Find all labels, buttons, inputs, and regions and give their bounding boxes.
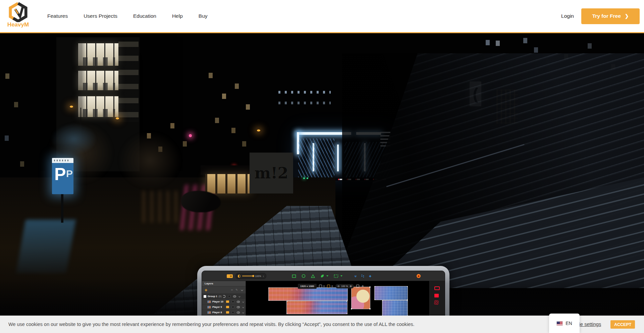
hero-section: ( m!2 P P — [0, 33, 644, 333]
distribute-icon[interactable] — [361, 274, 364, 278]
pink-traffic-light — [189, 134, 192, 137]
triangle-tool-icon[interactable] — [311, 274, 315, 278]
building-window — [78, 96, 118, 117]
green-signal-light — [303, 177, 305, 179]
building-window — [78, 71, 118, 90]
parking-sign-letter: P — [54, 164, 66, 184]
effect-fill-icon[interactable] — [434, 294, 439, 297]
nav-item-features[interactable]: Features — [47, 13, 68, 19]
stepper-icon[interactable]: ↕ — [263, 275, 264, 277]
layer-row-player[interactable]: Player 10 — [202, 299, 246, 304]
output-frame-icon[interactable] — [319, 285, 322, 288]
layer-label: Player 8 — [212, 311, 222, 314]
login-link[interactable]: Login — [561, 13, 574, 19]
warm-reflection — [143, 191, 179, 223]
layer-row-player[interactable]: Player 8 — [202, 310, 246, 315]
rectangle-tool-icon[interactable] — [292, 274, 296, 278]
visibility-eye-icon[interactable] — [237, 312, 240, 314]
street-lamp — [70, 106, 73, 108]
layer-thumbnail — [207, 300, 211, 303]
visibility-eye-icon[interactable] — [237, 301, 240, 303]
solo-toggle[interactable] — [228, 295, 230, 297]
solo-toggle[interactable] — [232, 300, 234, 303]
effect-cube-icon[interactable] — [434, 300, 439, 305]
solo-toggle[interactable] — [232, 306, 234, 308]
lit-building-floor — [278, 91, 331, 94]
solo-toggle[interactable] — [232, 311, 234, 314]
nav-item-help[interactable]: Help — [172, 13, 183, 19]
canvas-toolbar: 1920 x 1080 0 0 ⊖ 100 % ⊕ ✛ — [298, 283, 364, 289]
layer-checkbox[interactable] — [204, 295, 206, 298]
pan-icon[interactable]: ✛ — [362, 285, 364, 288]
parking-sign-header — [52, 158, 73, 163]
loop-icon[interactable] — [223, 295, 225, 298]
building-window — [78, 43, 118, 66]
heavym-logo[interactable]: HeavyM — [5, 2, 32, 31]
nav-item-buy[interactable]: Buy — [199, 13, 208, 19]
expand-icon[interactable] — [242, 306, 244, 308]
parking-sign: P P — [52, 158, 73, 194]
add-layer-button[interactable]: + — [205, 288, 207, 292]
layer-label: Group 1 — [208, 295, 217, 298]
zoom-in-icon[interactable]: ⊕ — [350, 285, 352, 288]
m2-wall-text: m!2 — [255, 164, 288, 182]
caret-down-icon[interactable] — [326, 275, 328, 277]
magnet-icon[interactable]: ∪ — [355, 275, 357, 278]
language-code: EN — [566, 321, 572, 326]
test-pattern-icon[interactable] — [417, 271, 421, 281]
expand-icon[interactable] — [242, 301, 244, 303]
tree — [118, 131, 182, 190]
try-for-free-button[interactable]: Try for Free ❯ — [581, 8, 640, 24]
visibility-eye-icon[interactable] — [233, 295, 236, 297]
expand-icon[interactable] — [238, 295, 240, 297]
scattered-windows — [0, 33, 4, 39]
mapping-quad[interactable] — [382, 300, 408, 316]
header-right: Login Try for Free ❯ — [561, 0, 640, 32]
counter-a: 0 — [323, 285, 325, 288]
link-icon[interactable]: ∞ — [231, 288, 233, 291]
mapping-quad[interactable] — [352, 287, 370, 309]
heavym-logo-text: HeavyM — [5, 21, 32, 28]
nav-item-education[interactable]: Education — [133, 13, 156, 19]
mapping-quad[interactable] — [269, 288, 347, 300]
fit-view-icon[interactable] — [356, 285, 359, 288]
expand-icon[interactable] — [242, 312, 244, 314]
cookie-banner: We use cookies on our website to give yo… — [0, 316, 644, 333]
zoom-controls: ⊖ 100 % ⊕ — [335, 284, 354, 288]
nav-item-users-projects[interactable]: Users Projects — [84, 13, 117, 19]
zoom-out-icon[interactable]: ⊖ — [337, 285, 340, 288]
alignment-tools: ∪ + — [355, 271, 371, 281]
freehand-tool-icon[interactable] — [320, 274, 324, 278]
mapping-quad[interactable] — [375, 286, 408, 300]
projector-icon[interactable] — [227, 271, 233, 281]
visibility-eye-icon[interactable] — [237, 306, 240, 308]
shape-tools — [292, 271, 342, 281]
opacity-slider[interactable]: 100% ↕ — [235, 273, 266, 279]
us-flag-icon — [556, 321, 563, 326]
media-folder-icon[interactable] — [226, 311, 229, 314]
try-for-free-label: Try for Free — [592, 13, 621, 19]
mapping-quad[interactable] — [287, 301, 347, 314]
chevron-right-icon: ❯ — [625, 13, 629, 19]
projection-rays — [298, 138, 334, 177]
add-icon[interactable]: + — [369, 274, 372, 279]
collapse-icon[interactable] — [241, 289, 243, 291]
effect-rectangle-icon[interactable] — [434, 286, 440, 290]
heavym-landing-page: HeavyM Features Users Projects Education… — [0, 0, 644, 333]
zoom-value: 100 % — [341, 285, 348, 287]
language-selector[interactable]: EN — [549, 314, 580, 333]
layer-row-player[interactable]: Player 9 — [202, 304, 246, 310]
layer-count: (0) — [219, 295, 222, 297]
edit-icon[interactable]: ✎ — [235, 288, 238, 291]
layer-row-group[interactable]: Group 1 (0) — [202, 294, 246, 299]
cookie-message: We use cookies on our website to give yo… — [8, 316, 415, 333]
resolution-badge: 1920 x 1080 — [298, 284, 317, 289]
cookie-accept-button[interactable]: ACCEPT — [610, 320, 635, 329]
group-tool-icon[interactable] — [334, 274, 338, 278]
media-folder-icon[interactable] — [226, 306, 229, 308]
ellipse-tool-icon[interactable] — [302, 274, 306, 278]
selection-frame-icon[interactable] — [327, 285, 330, 288]
slider-track[interactable] — [242, 276, 254, 276]
caret-down-icon[interactable] — [340, 275, 342, 277]
media-folder-icon[interactable] — [226, 300, 229, 303]
